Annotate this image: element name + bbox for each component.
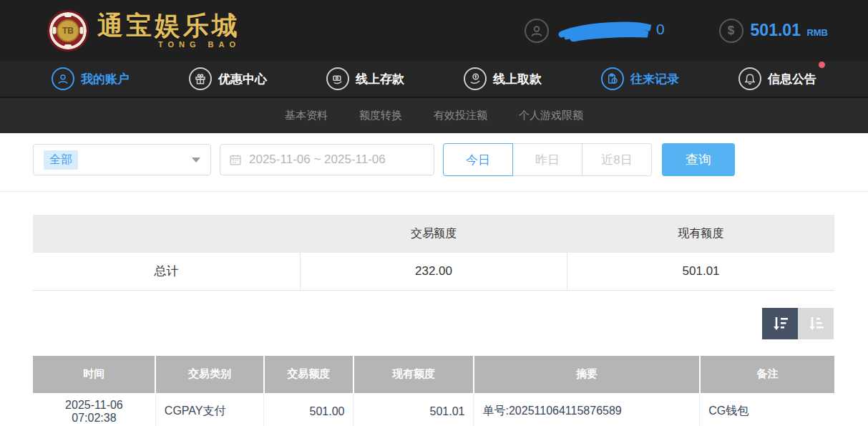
wallet-balance[interactable]: $ 501.01 RMB <box>719 19 828 43</box>
table-row: 2025-11-06 07:02:38 CGPAY支付 501.00 501.0… <box>33 393 834 426</box>
quick-range-yesterday-button[interactable]: 昨日 <box>512 143 582 176</box>
withdraw-money-icon <box>464 67 487 90</box>
user-icon <box>525 19 549 43</box>
summary-header-row: 交易额度 现有额度 <box>33 215 834 253</box>
quick-range-today-button[interactable]: 今日 <box>443 143 513 176</box>
quick-range-group: 今日 昨日 近8日 <box>443 143 652 176</box>
user-account-summary[interactable]: 0 <box>525 19 663 43</box>
chip-tb-label: TB <box>57 19 79 42</box>
balance-amount: 501.01 <box>751 21 801 39</box>
top-header: TB 通宝娱乐城 TONG BAO 0 $ 501.01 <box>0 0 868 61</box>
nav-item-my-account[interactable]: 我的账户 <box>52 67 130 90</box>
calendar-icon <box>229 153 242 166</box>
sort-ascending-icon <box>806 314 825 333</box>
subnav-item-personal-game-limit[interactable]: 个人游戏限额 <box>519 109 583 122</box>
gift-icon <box>189 67 212 90</box>
sort-descending-button[interactable] <box>762 308 798 339</box>
record-note: CG钱包 <box>700 393 834 426</box>
balance-currency: RMB <box>806 27 828 38</box>
sub-nav: 基本资料 额度转换 有效投注额 个人游戏限额 <box>0 98 868 133</box>
summary-table: 交易额度 现有额度 总计 232.00 501.01 <box>33 215 834 291</box>
dollar-coin-icon: $ <box>719 19 743 43</box>
record-memo: 单号:202511064115876589 <box>474 393 700 426</box>
records-table: 时间 交易类别 交易额度 现有额度 摘要 备注 2025-11-06 07:02… <box>33 356 834 426</box>
sort-controls <box>34 308 834 339</box>
nav-item-announcements[interactable]: 信息公告 <box>738 67 816 90</box>
subnav-item-valid-bets[interactable]: 有效投注额 <box>434 109 487 122</box>
subnav-item-basic-info[interactable]: 基本资料 <box>285 109 328 122</box>
subnav-item-quota-transfer[interactable]: 额度转换 <box>359 109 402 122</box>
nav-item-online-deposit[interactable]: 线上存款 <box>326 67 404 90</box>
brand-title: 通宝娱乐城 <box>97 13 240 39</box>
summary-total-row: 总计 232.00 501.01 <box>33 253 834 290</box>
bell-icon <box>738 67 761 90</box>
records-header-note: 备注 <box>700 356 834 393</box>
summary-header-turnover: 交易额度 <box>300 215 567 253</box>
records-header-time: 时间 <box>33 356 155 393</box>
search-button[interactable]: 查询 <box>662 143 735 176</box>
date-range-value: 2025-11-06 ~ 2025-11-06 <box>249 153 386 167</box>
summary-total-label: 总计 <box>33 253 300 290</box>
redaction-scribble-icon <box>556 21 663 42</box>
selected-type-chip: 全部 <box>44 150 78 170</box>
main-nav: 我的账户 优惠中心 线上存款 线上取款 <box>0 61 868 98</box>
records-header-type: 交易类别 <box>155 356 263 393</box>
casino-chip-icon: TB <box>47 10 89 52</box>
chevron-down-icon <box>192 158 200 163</box>
record-balance: 501.01 <box>353 393 474 426</box>
summary-turnover-value: 232.00 <box>300 253 567 290</box>
summary-header-balance: 现有额度 <box>567 215 834 253</box>
nav-item-transaction-records[interactable]: 往来记录 <box>601 67 679 90</box>
record-time: 2025-11-06 07:02:38 <box>33 393 155 426</box>
records-clipboard-icon <box>601 67 624 90</box>
account-person-icon <box>52 67 74 90</box>
records-header-row: 时间 交易类别 交易额度 现有额度 摘要 备注 <box>33 356 834 393</box>
records-header-balance: 现有额度 <box>353 356 474 393</box>
records-header-amount: 交易额度 <box>264 356 353 393</box>
record-amount: 501.00 <box>264 393 353 426</box>
sort-descending-icon <box>771 314 789 333</box>
records-header-memo: 摘要 <box>474 356 700 393</box>
filter-section: 全部 2025-11-06 ~ 2025-11-06 今日 昨日 近8日 查询 <box>0 133 868 192</box>
nav-item-promotions[interactable]: 优惠中心 <box>189 67 267 90</box>
deposit-money-icon <box>326 67 349 90</box>
summary-balance-value: 501.01 <box>567 253 834 290</box>
brand-logo[interactable]: TB 通宝娱乐城 TONG BAO <box>47 10 240 52</box>
quick-range-last8days-button[interactable]: 近8日 <box>582 143 652 176</box>
username-redacted: 0 <box>556 20 663 42</box>
date-range-input[interactable]: 2025-11-06 ~ 2025-11-06 <box>220 144 434 175</box>
sort-ascending-button[interactable] <box>798 308 834 339</box>
record-type: CGPAY支付 <box>155 393 263 426</box>
brand-subtitle: TONG BAO <box>97 40 240 49</box>
summary-header-empty <box>33 215 300 253</box>
notification-dot <box>819 62 825 68</box>
transaction-type-select[interactable]: 全部 <box>33 144 211 175</box>
nav-item-online-withdrawal[interactable]: 线上取款 <box>464 67 542 90</box>
